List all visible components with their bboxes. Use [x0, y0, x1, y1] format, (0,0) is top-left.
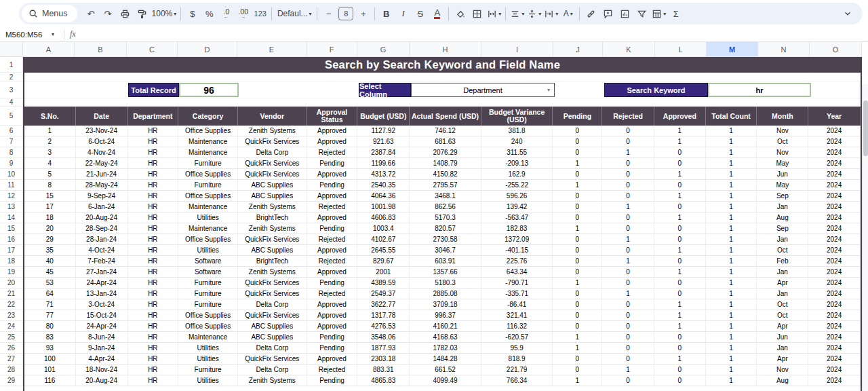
table-cell[interactable]: 1: [602, 234, 654, 244]
table-cell[interactable]: 1: [654, 126, 706, 136]
table-cell[interactable]: 1: [706, 365, 757, 375]
table-header-cell[interactable]: Budget (USD): [357, 107, 410, 126]
table-cell[interactable]: 1: [553, 223, 602, 234]
table-cell[interactable]: 2024: [808, 354, 861, 364]
table-cell[interactable]: 0: [602, 223, 654, 234]
table-cell[interactable]: 0: [602, 267, 654, 277]
insert-link-button[interactable]: [583, 5, 599, 22]
table-cell[interactable]: 661.52: [410, 365, 481, 375]
table-cell[interactable]: 1: [706, 354, 757, 364]
table-cell[interactable]: -620.57: [481, 332, 553, 342]
table-cell[interactable]: Sep: [757, 223, 808, 234]
table-cell[interactable]: 2024: [808, 147, 861, 157]
table-cell[interactable]: 4389.59: [357, 278, 410, 288]
table-cell[interactable]: Zenith Systems: [238, 126, 307, 136]
table-cell[interactable]: 1: [602, 365, 654, 375]
table-cell[interactable]: Utilities: [178, 375, 238, 386]
row-header-5[interactable]: 5: [0, 107, 23, 126]
table-cell[interactable]: QuickFix Services: [238, 278, 307, 288]
table-cell[interactable]: -401.15: [481, 245, 553, 255]
table-cell[interactable]: 0: [553, 310, 602, 320]
table-cell[interactable]: Delta Corp: [238, 299, 307, 310]
table-cell[interactable]: 0: [553, 354, 602, 364]
toolbar-collapse-button[interactable]: [839, 5, 856, 22]
table-cell[interactable]: 1001.98: [357, 202, 410, 212]
table-cell[interactable]: 1357.66: [410, 267, 481, 277]
table-cell[interactable]: 311.55: [481, 147, 553, 157]
table-cell[interactable]: 7-Feb-24: [76, 256, 128, 266]
table-cell[interactable]: 0: [553, 136, 602, 147]
row-header-15[interactable]: 15: [0, 223, 23, 234]
table-cell[interactable]: HR: [128, 299, 179, 310]
table-cell[interactable]: 0: [553, 212, 602, 223]
table-cell[interactable]: 321.41: [481, 310, 553, 320]
table-cell[interactable]: 2001: [357, 267, 410, 277]
table-cell[interactable]: Jan: [757, 202, 808, 212]
text-wrap-button[interactable]: ▾: [542, 5, 559, 22]
table-cell[interactable]: 1408.79: [410, 158, 481, 168]
table-cell[interactable]: 1: [654, 136, 706, 147]
table-cell[interactable]: 1: [706, 234, 757, 244]
table-cell[interactable]: 1: [706, 202, 757, 212]
table-cell[interactable]: 0: [654, 343, 706, 353]
table-cell[interactable]: 643.34: [481, 267, 553, 277]
table-cell[interactable]: 1: [654, 191, 706, 201]
row-header-11[interactable]: 11: [0, 180, 23, 191]
table-cell[interactable]: Zenith Systems: [238, 375, 307, 386]
table-cell[interactable]: 1: [654, 212, 706, 223]
table-cell[interactable]: 0: [654, 202, 706, 212]
horizontal-align-button[interactable]: ▾: [509, 5, 526, 22]
column-header-B[interactable]: B: [75, 42, 127, 57]
column-header-K[interactable]: K: [603, 42, 655, 57]
table-cell[interactable]: 1: [654, 299, 706, 310]
table-cell[interactable]: HR: [128, 267, 179, 277]
table-cell[interactable]: 0: [602, 212, 654, 223]
table-cell[interactable]: 2730.58: [410, 234, 481, 244]
table-cell[interactable]: 996.37: [410, 310, 481, 320]
table-cell[interactable]: Furniture: [178, 365, 238, 375]
table-cell[interactable]: QuickFix Services: [238, 136, 307, 147]
row-header-2[interactable]: 2: [0, 73, 23, 81]
table-cell[interactable]: 40: [24, 256, 76, 266]
table-cell[interactable]: Oct: [757, 299, 808, 310]
table-cell[interactable]: 2024: [808, 126, 861, 136]
table-cell[interactable]: 1877.93: [357, 343, 410, 353]
table-cell[interactable]: Zenith Systems: [238, 267, 307, 277]
table-header-cell[interactable]: Pending: [553, 107, 602, 126]
table-header-cell[interactable]: Vendor: [238, 107, 307, 126]
table-cell[interactable]: 139.42: [481, 202, 553, 212]
table-cell[interactable]: 4160.21: [410, 321, 481, 331]
table-cell[interactable]: 4099.49: [410, 375, 481, 386]
table-cell[interactable]: 1317.78: [357, 310, 410, 320]
table-cell[interactable]: 0: [654, 180, 706, 190]
table-cell[interactable]: QuickFix Services: [238, 354, 307, 364]
table-cell[interactable]: 381.8: [481, 126, 553, 136]
table-cell[interactable]: 0: [602, 245, 654, 255]
chevron-down-icon[interactable]: ▾: [52, 31, 54, 37]
table-cell[interactable]: 20-Aug-24: [76, 375, 128, 386]
table-cell[interactable]: 1: [706, 136, 757, 147]
table-cell[interactable]: Zenith Systems: [238, 223, 307, 234]
column-header-J[interactable]: J: [553, 42, 603, 57]
table-cell[interactable]: HR: [128, 180, 179, 190]
table-cell[interactable]: 0: [553, 365, 602, 375]
table-cell[interactable]: 2024: [808, 256, 861, 266]
table-cell[interactable]: Office Supplies: [178, 191, 238, 201]
table-cell[interactable]: 80: [24, 321, 76, 331]
table-cell[interactable]: Maintenance: [178, 147, 238, 157]
table-cell[interactable]: 17: [24, 202, 76, 212]
table-cell[interactable]: 0: [602, 191, 654, 201]
table-cell[interactable]: Aug: [757, 375, 808, 386]
table-cell[interactable]: Nov: [757, 126, 808, 136]
table-cell[interactable]: Oct: [757, 245, 808, 255]
table-cell[interactable]: 1: [706, 191, 757, 201]
table-cell[interactable]: 4865.83: [357, 375, 410, 386]
table-cell[interactable]: 18: [24, 212, 76, 223]
table-cell[interactable]: Office Supplies: [178, 169, 238, 179]
row-header-17[interactable]: 17: [0, 245, 23, 256]
table-cell[interactable]: Approved: [307, 310, 358, 320]
table-cell[interactable]: Pending: [307, 332, 358, 342]
table-cell[interactable]: 1: [654, 354, 706, 364]
table-cell[interactable]: Approved: [307, 321, 358, 331]
table-cell[interactable]: 5180.3: [410, 278, 481, 288]
